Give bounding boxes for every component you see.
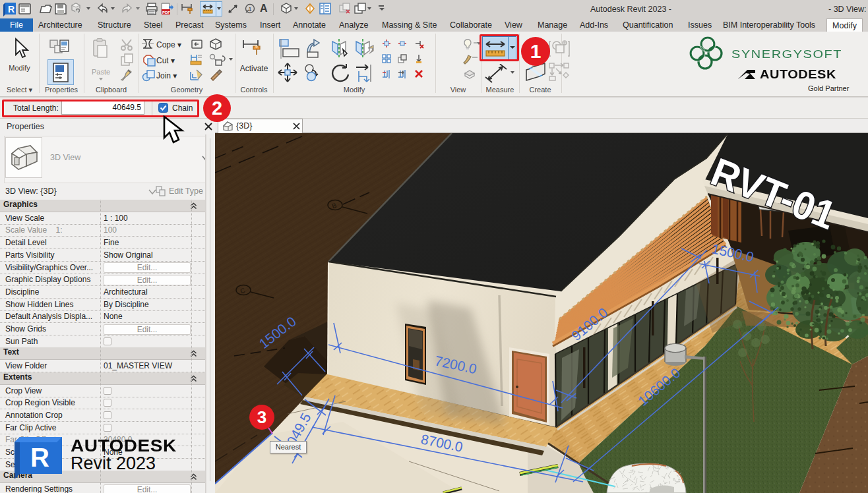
svg-text:1: 1: [249, 6, 252, 13]
svg-text:R: R: [30, 443, 49, 472]
svg-text:R: R: [8, 4, 15, 14]
svg-text:PDF: PDF: [162, 11, 170, 14]
